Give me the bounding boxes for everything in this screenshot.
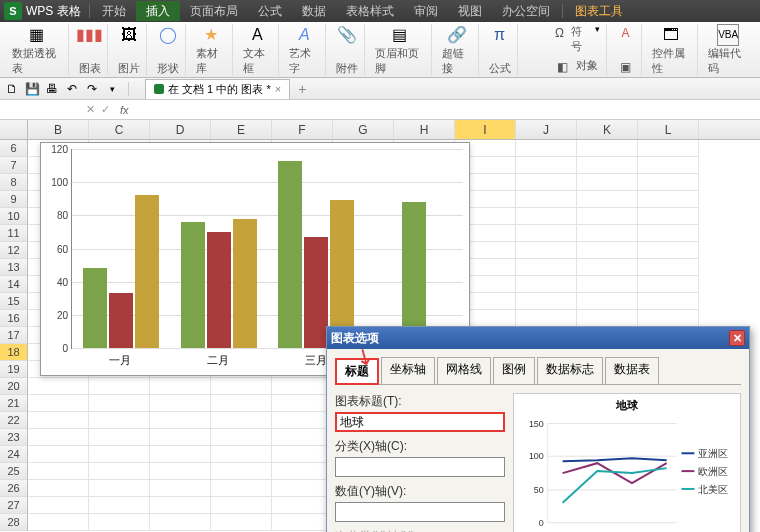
cell[interactable] xyxy=(638,293,699,310)
col-header-I[interactable]: I xyxy=(455,120,516,139)
select-all-corner[interactable] xyxy=(0,120,28,139)
redo-icon[interactable]: ↷ xyxy=(84,81,100,97)
cell[interactable] xyxy=(150,463,211,480)
dialog-titlebar[interactable]: 图表选项 ✕ xyxy=(327,327,749,349)
row-header-13[interactable]: 13 xyxy=(0,259,28,276)
cell[interactable] xyxy=(638,259,699,276)
col-header-F[interactable]: F xyxy=(272,120,333,139)
col-header-G[interactable]: G xyxy=(333,120,394,139)
row-header-15[interactable]: 15 xyxy=(0,293,28,310)
row-header-11[interactable]: 11 xyxy=(0,225,28,242)
menu-tab-7[interactable]: 视图 xyxy=(448,1,492,21)
cell[interactable] xyxy=(150,395,211,412)
cancel-icon[interactable]: ✕ xyxy=(86,103,95,116)
cell[interactable] xyxy=(150,429,211,446)
cell[interactable] xyxy=(89,480,150,497)
row-header-20[interactable]: 20 xyxy=(0,378,28,395)
cell[interactable] xyxy=(211,514,272,531)
cell[interactable] xyxy=(89,446,150,463)
row-header-9[interactable]: 9 xyxy=(0,191,28,208)
ribbon-hyperlink[interactable]: 🔗超链接 xyxy=(436,24,479,76)
cell[interactable] xyxy=(638,174,699,191)
cell[interactable] xyxy=(150,412,211,429)
cell[interactable] xyxy=(211,497,272,514)
cell[interactable] xyxy=(89,395,150,412)
cell[interactable] xyxy=(516,225,577,242)
cell[interactable] xyxy=(577,310,638,327)
ribbon-pivot[interactable]: ▦数据透视表 xyxy=(6,24,69,76)
col-header-B[interactable]: B xyxy=(28,120,89,139)
cell[interactable] xyxy=(638,140,699,157)
cell[interactable] xyxy=(638,242,699,259)
cell[interactable] xyxy=(272,514,333,531)
menu-tab-1[interactable]: 插入 xyxy=(136,1,180,21)
cell[interactable] xyxy=(28,514,89,531)
cell[interactable] xyxy=(28,463,89,480)
col-header-K[interactable]: K xyxy=(577,120,638,139)
dialog-tab-2[interactable]: 网格线 xyxy=(437,357,491,384)
cell[interactable] xyxy=(577,259,638,276)
col-header-L[interactable]: L xyxy=(638,120,699,139)
row-header-12[interactable]: 12 xyxy=(0,242,28,259)
new-icon[interactable]: 🗋 xyxy=(4,81,20,97)
ribbon-formula[interactable]: π公式 xyxy=(483,24,518,76)
ribbon-attach[interactable]: 📎附件 xyxy=(330,24,365,76)
row-header-28[interactable]: 28 xyxy=(0,514,28,531)
row-header-25[interactable]: 25 xyxy=(0,463,28,480)
cell[interactable] xyxy=(272,463,333,480)
row-header-8[interactable]: 8 xyxy=(0,174,28,191)
cell[interactable] xyxy=(577,225,638,242)
cell[interactable] xyxy=(89,514,150,531)
cell[interactable] xyxy=(516,293,577,310)
menu-tab-3[interactable]: 公式 xyxy=(248,1,292,21)
menu-tab-6[interactable]: 审阅 xyxy=(404,1,448,21)
row-header-14[interactable]: 14 xyxy=(0,276,28,293)
cell[interactable] xyxy=(28,480,89,497)
menu-tab-5[interactable]: 表格样式 xyxy=(336,1,404,21)
cell[interactable] xyxy=(211,446,272,463)
input-chart-title[interactable] xyxy=(335,412,505,432)
cell[interactable] xyxy=(516,191,577,208)
cell[interactable] xyxy=(150,497,211,514)
row-header-10[interactable]: 10 xyxy=(0,208,28,225)
close-tab-icon[interactable]: × xyxy=(275,83,281,95)
ribbon-text-small[interactable]: A ▣ xyxy=(611,24,642,76)
row-header-19[interactable]: 19 xyxy=(0,361,28,378)
save-icon[interactable]: 💾 xyxy=(24,81,40,97)
dialog-tab-4[interactable]: 数据标志 xyxy=(537,357,603,384)
close-icon[interactable]: ✕ xyxy=(729,330,745,346)
cell[interactable] xyxy=(577,157,638,174)
col-header-E[interactable]: E xyxy=(211,120,272,139)
input-y-axis[interactable] xyxy=(335,502,505,522)
cell[interactable] xyxy=(272,497,333,514)
cell[interactable] xyxy=(150,446,211,463)
cell[interactable] xyxy=(211,480,272,497)
dialog-tab-1[interactable]: 坐标轴 xyxy=(381,357,435,384)
cell[interactable] xyxy=(28,395,89,412)
cell[interactable] xyxy=(28,497,89,514)
cell[interactable] xyxy=(638,208,699,225)
ribbon-wordart[interactable]: A艺术字 xyxy=(283,24,326,76)
ribbon-chart[interactable]: ▮▮▮图表 xyxy=(73,24,108,76)
dialog-tab-0[interactable]: 标题 xyxy=(335,358,379,385)
cell[interactable] xyxy=(516,174,577,191)
document-tab[interactable]: 在 文档 1 中的 图表 * × xyxy=(145,79,290,99)
cell[interactable] xyxy=(28,446,89,463)
col-header-D[interactable]: D xyxy=(150,120,211,139)
cell[interactable] xyxy=(272,378,333,395)
cell[interactable] xyxy=(211,429,272,446)
cell[interactable] xyxy=(638,276,699,293)
add-tab-button[interactable]: + xyxy=(298,81,306,97)
cell[interactable] xyxy=(638,310,699,327)
cell[interactable] xyxy=(638,191,699,208)
ribbon-header[interactable]: ▤页眉和页脚 xyxy=(369,24,432,76)
cell[interactable] xyxy=(272,480,333,497)
menu-tab-4[interactable]: 数据 xyxy=(292,1,336,21)
cell[interactable] xyxy=(272,395,333,412)
cell[interactable] xyxy=(211,378,272,395)
cell[interactable] xyxy=(577,140,638,157)
cell[interactable] xyxy=(577,191,638,208)
col-header-H[interactable]: H xyxy=(394,120,455,139)
menu-tab-8[interactable]: 办公空间 xyxy=(492,1,560,21)
cell[interactable] xyxy=(150,480,211,497)
